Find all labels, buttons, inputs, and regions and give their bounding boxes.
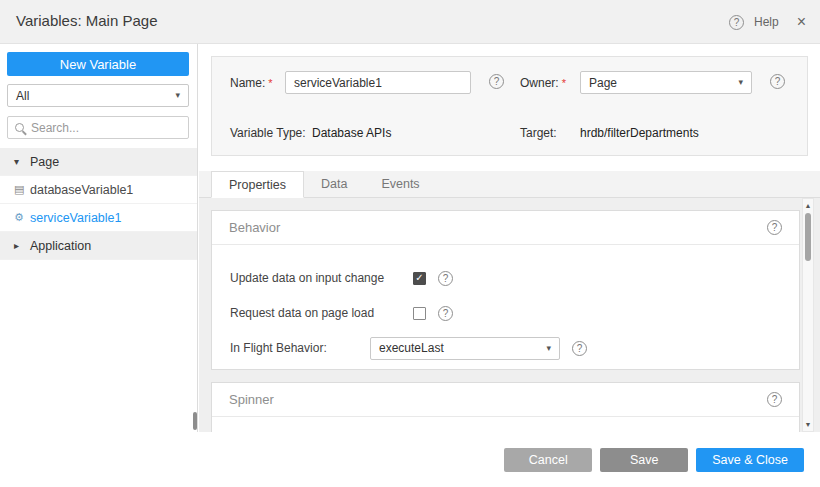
behavior-section: Behavior ? Update data on input change ✓… bbox=[211, 210, 800, 370]
variables-dialog: Variables: Main Page ? Help × New Variab… bbox=[0, 0, 820, 487]
update-data-on-input-change-checkbox[interactable]: ✓ bbox=[413, 272, 426, 285]
tab-events[interactable]: Events bbox=[364, 171, 436, 198]
new-variable-button[interactable]: New Variable bbox=[7, 52, 189, 76]
in-flight-behavior-select[interactable]: executeLast ▾ bbox=[370, 337, 560, 360]
tab-properties[interactable]: Properties bbox=[211, 171, 304, 198]
owner-select-value: Page bbox=[589, 76, 617, 90]
spinner-section-header: Spinner ? bbox=[212, 383, 799, 417]
search-box[interactable] bbox=[7, 116, 189, 139]
required-asterisk: * bbox=[562, 77, 566, 89]
target-label: Target: bbox=[520, 126, 557, 140]
search-input[interactable] bbox=[31, 121, 186, 135]
name-label-text: Name: bbox=[230, 76, 265, 90]
service-variable-icon: ⚙ bbox=[14, 212, 30, 223]
property-label: Request data on page load bbox=[230, 306, 413, 320]
owner-label: Owner:* bbox=[520, 76, 566, 90]
help-icon[interactable]: ? bbox=[438, 271, 453, 286]
property-row: Request data on page load ✓ ? bbox=[230, 302, 781, 324]
properties-scrollbar[interactable]: ▲ ▼ bbox=[802, 198, 814, 432]
behavior-section-body: Update data on input change ✓ ? Request … bbox=[212, 245, 799, 359]
target-value: hrdb/filterDepartments bbox=[580, 126, 699, 140]
scrollbar-thumb[interactable] bbox=[805, 213, 811, 261]
tree-label: databaseVariable1 bbox=[30, 183, 133, 197]
help-icon[interactable]: ? bbox=[770, 74, 785, 89]
help-icon[interactable]: ? bbox=[767, 220, 782, 235]
scroll-down-icon[interactable]: ▼ bbox=[803, 421, 813, 428]
variable-type-label: Variable Type: bbox=[230, 126, 306, 140]
dialog-footer: Cancel Save Save & Close bbox=[0, 432, 820, 487]
help-icon[interactable]: ? bbox=[489, 74, 504, 89]
variable-scope-select[interactable]: All ▾ bbox=[7, 84, 189, 107]
chevron-down-icon: ▾ bbox=[175, 91, 180, 100]
caret-right-icon: ▸ bbox=[14, 240, 30, 251]
help-icon[interactable]: ? bbox=[729, 15, 744, 30]
owner-select[interactable]: Page ▾ bbox=[580, 71, 752, 94]
section-title: Spinner bbox=[229, 392, 274, 407]
tree-group-page[interactable]: ▾ Page bbox=[0, 148, 197, 176]
header-actions: ? Help × bbox=[729, 0, 806, 44]
in-flight-behavior-value: executeLast bbox=[379, 341, 444, 355]
save-and-close-button[interactable]: Save & Close bbox=[696, 448, 804, 472]
dialog-title: Variables: Main Page bbox=[16, 12, 157, 29]
variable-summary-panel: Name:* ? Owner:* Page ▾ ? Variable Type:… bbox=[211, 56, 808, 156]
help-icon[interactable]: ? bbox=[572, 341, 587, 356]
close-icon[interactable]: × bbox=[797, 13, 806, 31]
dialog-header: Variables: Main Page ? Help × bbox=[0, 0, 820, 44]
variables-tree: ▾ Page ▤ databaseVariable1 ⚙ serviceVari… bbox=[0, 148, 197, 260]
help-icon[interactable]: ? bbox=[438, 306, 453, 321]
variable-type-value: Database APIs bbox=[312, 126, 391, 140]
properties-tab-content: Behavior ? Update data on input change ✓… bbox=[199, 198, 820, 432]
variables-sidebar: New Variable All ▾ ▾ Page ▤ databaseVari… bbox=[0, 44, 198, 432]
help-icon[interactable]: ? bbox=[767, 392, 782, 407]
name-input[interactable] bbox=[285, 71, 471, 94]
behavior-section-header: Behavior ? bbox=[212, 211, 799, 245]
chevron-down-icon: ▾ bbox=[546, 344, 551, 353]
property-row: Update data on input change ✓ ? bbox=[230, 267, 781, 289]
tree-item-service-variable[interactable]: ⚙ serviceVariable1 bbox=[0, 204, 197, 232]
required-asterisk: * bbox=[268, 77, 272, 89]
section-title: Behavior bbox=[229, 220, 280, 235]
tab-bar: Properties Data Events bbox=[199, 171, 820, 198]
tree-label: Page bbox=[30, 155, 59, 169]
save-button[interactable]: Save bbox=[600, 448, 688, 472]
variable-scope-value: All bbox=[16, 89, 29, 103]
owner-label-text: Owner: bbox=[520, 76, 559, 90]
property-row: In Flight Behavior: executeLast ▾ ? bbox=[230, 337, 781, 359]
search-icon bbox=[15, 123, 24, 132]
database-variable-icon: ▤ bbox=[14, 184, 30, 195]
tree-label: serviceVariable1 bbox=[30, 211, 121, 225]
sidebar-scrollbar-thumb[interactable] bbox=[193, 412, 197, 430]
caret-down-icon: ▾ bbox=[14, 156, 30, 167]
request-data-on-page-load-checkbox[interactable]: ✓ bbox=[413, 307, 426, 320]
scroll-up-icon[interactable]: ▲ bbox=[803, 202, 813, 209]
cancel-button[interactable]: Cancel bbox=[504, 448, 592, 472]
property-label: Update data on input change bbox=[230, 271, 413, 285]
tree-item-database-variable[interactable]: ▤ databaseVariable1 bbox=[0, 176, 197, 204]
chevron-down-icon: ▾ bbox=[738, 78, 743, 87]
tree-label: Application bbox=[30, 239, 91, 253]
variable-editor: Name:* ? Owner:* Page ▾ ? Variable Type:… bbox=[199, 44, 820, 432]
spinner-section: Spinner ? bbox=[211, 382, 800, 432]
property-label: In Flight Behavior: bbox=[230, 341, 370, 355]
help-link[interactable]: Help bbox=[754, 15, 779, 29]
tab-data[interactable]: Data bbox=[304, 171, 364, 198]
check-icon: ✓ bbox=[415, 273, 423, 283]
name-label: Name:* bbox=[230, 76, 273, 90]
tree-group-application[interactable]: ▸ Application bbox=[0, 232, 197, 260]
